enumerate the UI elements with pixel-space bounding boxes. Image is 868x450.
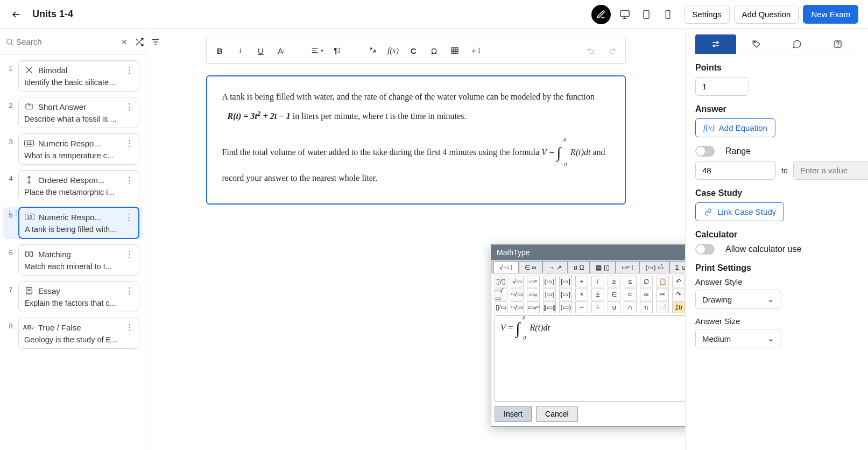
mt-ib[interactable]: 1b bbox=[672, 301, 685, 313]
insert-more-button[interactable]: ＋⁞ bbox=[468, 43, 482, 59]
desktop-preview-icon[interactable] bbox=[615, 5, 634, 24]
mt-bevfrac[interactable]: ▯⁄▭ bbox=[495, 301, 507, 313]
mt-tab-paren[interactable]: (▭) ▭̂ bbox=[639, 261, 669, 273]
mt-angle[interactable]: ⟨▭⟩ bbox=[559, 301, 572, 313]
mt-subsup[interactable]: ▭ₙⁿ bbox=[527, 301, 540, 313]
question-editor[interactable]: A tank is being filled with water, and t… bbox=[206, 75, 626, 205]
range-toggle[interactable] bbox=[695, 146, 715, 157]
question-card[interactable]: Matching⋮Match each mineral to t... bbox=[18, 244, 139, 276]
search-input[interactable] bbox=[14, 35, 121, 48]
mt-sup[interactable]: ▭ⁿ bbox=[527, 276, 540, 287]
points-input[interactable] bbox=[695, 77, 749, 96]
mt-subset[interactable]: ⊂ bbox=[624, 289, 637, 300]
mt-in[interactable]: ∈ bbox=[608, 289, 620, 300]
add-question-button[interactable]: Add Question bbox=[734, 5, 799, 24]
mt-tab-greek[interactable]: α Ω bbox=[568, 261, 590, 273]
answer-style-dropdown[interactable]: Drawing ⌄ bbox=[695, 290, 781, 309]
question-card[interactable]: 12Numeric Respo...⋮A tank is being fille… bbox=[18, 207, 139, 239]
range-to-input[interactable] bbox=[793, 161, 868, 180]
calculator-toggle[interactable] bbox=[695, 244, 715, 255]
question-list[interactable]: 1Bimodal⋮Identify the basic silicate...2… bbox=[0, 55, 146, 450]
more-icon[interactable]: ⋮ bbox=[125, 322, 133, 332]
mt-ge[interactable]: ≥ bbox=[608, 276, 620, 287]
mt-tab-script[interactable]: ▭ⁿ ⁞ bbox=[616, 261, 640, 273]
shuffle-icon[interactable] bbox=[135, 37, 144, 47]
paragraph-button[interactable]: ¶⁞ bbox=[330, 43, 344, 59]
new-exam-button[interactable]: New Exam bbox=[803, 5, 858, 24]
equation-button[interactable]: f(x) bbox=[386, 43, 400, 59]
mt-abs[interactable]: |▭| bbox=[543, 289, 556, 300]
mathtype-insert-button[interactable]: Insert bbox=[495, 406, 532, 422]
mathtype-canvas[interactable]: V = ∫ 4 0 R(t)dt bbox=[495, 315, 685, 402]
mt-union[interactable]: ∪ bbox=[608, 301, 620, 313]
mt-tab-set[interactable]: ∈ ∞ bbox=[519, 261, 542, 273]
settings-button[interactable]: Settings bbox=[684, 5, 729, 24]
clear-search-icon[interactable] bbox=[121, 38, 128, 46]
italic-button[interactable]: i bbox=[234, 43, 248, 59]
mt-div[interactable]: / bbox=[591, 276, 604, 287]
more-icon[interactable]: ⋮ bbox=[125, 286, 133, 296]
question-card[interactable]: Bimodal⋮Identify the basic silicate... bbox=[18, 60, 139, 92]
tab-comments[interactable] bbox=[777, 34, 818, 54]
question-card[interactable]: Essay⋮Explain the factors that c... bbox=[18, 281, 139, 312]
mt-sqrt[interactable]: √▭ bbox=[511, 276, 524, 287]
table-button[interactable] bbox=[448, 43, 462, 59]
mt-paren[interactable]: (▭) bbox=[543, 276, 556, 287]
tab-tags[interactable] bbox=[736, 34, 777, 54]
omega-button[interactable]: Ω bbox=[427, 43, 441, 59]
align-button[interactable]: ▾ bbox=[310, 43, 324, 59]
mt-paste[interactable]: 📄 bbox=[656, 301, 669, 313]
add-equation-button[interactable]: f(x) Add Equation bbox=[695, 118, 775, 137]
tablet-preview-icon[interactable] bbox=[637, 5, 656, 24]
mt-tab-root[interactable]: √▭ ⁞ bbox=[493, 261, 519, 273]
more-icon[interactable]: ⋮ bbox=[125, 65, 133, 75]
mt-copy[interactable]: 📋 bbox=[656, 276, 669, 287]
mt-bracket[interactable]: [▭] bbox=[559, 276, 572, 287]
mt-nroot[interactable]: ⁿ√▭ bbox=[511, 289, 524, 300]
mt-plus[interactable]: + bbox=[575, 276, 588, 287]
mt-inter[interactable]: ∩ bbox=[624, 301, 637, 313]
font-color-button[interactable]: A⁞ bbox=[274, 43, 288, 59]
mathtype-cancel-button[interactable]: Cancel bbox=[536, 406, 578, 422]
redo-button[interactable] bbox=[605, 43, 619, 59]
mt-cut[interactable]: ✂ bbox=[656, 289, 669, 300]
code-button[interactable]: C bbox=[407, 43, 421, 59]
translate-button[interactable] bbox=[366, 43, 380, 59]
mt-le[interactable]: ≤ bbox=[624, 276, 637, 287]
question-card[interactable]: Short Answer⋮Describe what a fossil is .… bbox=[18, 97, 139, 128]
mt-divide[interactable]: ÷ bbox=[591, 301, 604, 313]
mt-pm[interactable]: ± bbox=[591, 289, 604, 300]
more-icon[interactable]: ⋮ bbox=[125, 249, 133, 259]
mt-empty[interactable]: ∅ bbox=[640, 276, 653, 287]
mathtype-titlebar[interactable]: MathType — ⛶ ✕ bbox=[491, 245, 685, 260]
question-card[interactable]: 12Numeric Respo...⋮What is a temperature… bbox=[18, 133, 139, 165]
underline-button[interactable]: U bbox=[254, 43, 268, 59]
link-case-study-button[interactable]: Link Case Study bbox=[695, 202, 784, 221]
question-card[interactable]: Ordered Respon...⋮Place the metamorphic … bbox=[18, 170, 139, 201]
mt-tab-matrix[interactable]: ▦ {▯ bbox=[590, 261, 615, 273]
mt-sub[interactable]: ▭ₙ bbox=[527, 289, 540, 300]
back-button[interactable] bbox=[10, 8, 23, 21]
mt-norm[interactable]: ‖▭‖ bbox=[543, 301, 556, 313]
more-icon[interactable]: ⋮ bbox=[125, 175, 133, 185]
mt-pi[interactable]: π bbox=[640, 301, 653, 313]
mt-frac[interactable]: ▯/▯ bbox=[495, 276, 507, 287]
mt-fracfull[interactable]: ▭/▭ bbox=[495, 289, 507, 300]
more-icon[interactable]: ⋮ bbox=[125, 138, 133, 148]
mt-undo[interactable]: ↶ bbox=[672, 276, 685, 287]
more-icon[interactable]: ⋮ bbox=[125, 212, 133, 222]
edit-mode-button[interactable] bbox=[591, 5, 611, 24]
undo-button[interactable] bbox=[584, 43, 598, 59]
answer-size-dropdown[interactable]: Medium ⌄ bbox=[695, 329, 781, 348]
more-icon[interactable]: ⋮ bbox=[125, 102, 133, 111]
mt-tab-arrow[interactable]: → ↗ bbox=[542, 261, 568, 273]
drag-handle-icon[interactable]: ⋮⋮ bbox=[6, 209, 19, 217]
question-card[interactable]: AB✓True / False⋮Geology is the study of … bbox=[18, 318, 139, 349]
mt-inf[interactable]: ∞ bbox=[640, 289, 653, 300]
range-from-input[interactable] bbox=[695, 161, 776, 180]
phone-preview-icon[interactable] bbox=[658, 5, 678, 24]
mt-redo[interactable]: ↷ bbox=[672, 289, 685, 300]
mt-tab-sum[interactable]: Σ ∪ bbox=[669, 261, 685, 273]
bold-button[interactable]: B bbox=[213, 43, 227, 59]
tab-help[interactable] bbox=[817, 34, 858, 54]
